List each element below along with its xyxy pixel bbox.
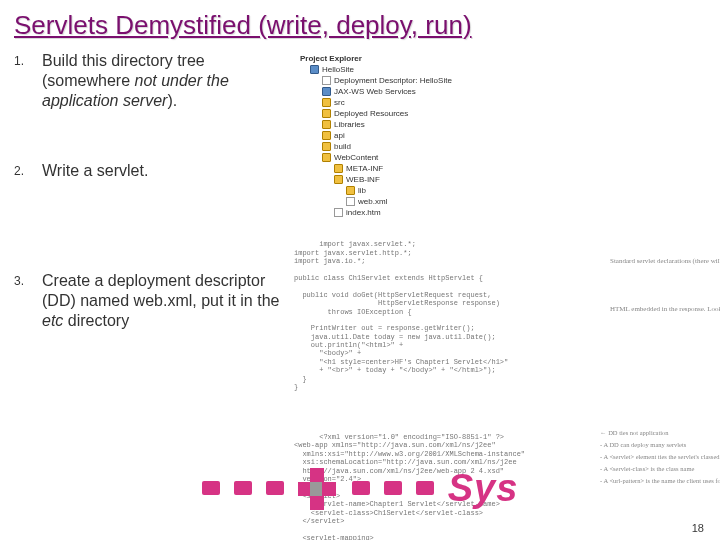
logo-dash-icon: [384, 481, 402, 495]
logo-footer: Sys: [0, 462, 720, 514]
tree-item-label: Deployment Descriptor: HelloSite: [334, 76, 452, 86]
code-annotation-1: Standard servlet declarations (there wil…: [610, 258, 710, 266]
xml-annotation-item: - A DD can deploy many servlets: [600, 441, 710, 449]
content-area: 1. Build this directory tree (somewhere …: [0, 45, 720, 455]
step-text-b: directory: [63, 312, 129, 329]
tree-item: WEB-INF: [300, 174, 706, 185]
tree-item: Deployment Descriptor: HelloSite: [300, 75, 706, 86]
tree-item-label: META-INF: [346, 164, 383, 174]
step-text-a: Write a servlet.: [42, 162, 148, 179]
folder-icon: [334, 175, 343, 184]
tree-item-label: WebContent: [334, 153, 378, 163]
step-number: 3.: [14, 271, 42, 331]
illustration-column: Project Explorer HelloSiteDeployment Des…: [294, 51, 706, 455]
step-number: 1.: [14, 51, 42, 111]
folder-icon: [322, 98, 331, 107]
servlet-code: import javax.servlet.*; import javax.ser…: [294, 228, 706, 421]
code-text: import javax.servlet.*; import javax.ser…: [294, 240, 508, 391]
tree-item: api: [300, 130, 706, 141]
code-annotation-2: HTML embedded in the response. Looks lov…: [610, 306, 710, 314]
step-2: 2. Write a servlet.: [14, 161, 284, 181]
tree-item: lib: [300, 185, 706, 196]
tree-item: Deployed Resources: [300, 108, 706, 119]
tree-item: index.htm: [300, 207, 706, 218]
folder-icon: [322, 142, 331, 151]
tree-item-label: api: [334, 131, 345, 141]
tree-item-label: Deployed Resources: [334, 109, 408, 119]
folder-icon: [334, 164, 343, 173]
xml-annotation-item: ← DD ties not application: [600, 429, 710, 437]
tree-item-label: build: [334, 142, 351, 152]
step-text-b: ).: [167, 92, 177, 109]
tree-item: src: [300, 97, 706, 108]
tree-header-label: Project Explorer: [300, 54, 362, 64]
page-number: 18: [692, 522, 704, 534]
step-text-em: etc: [42, 312, 63, 329]
folder-icon: [322, 153, 331, 162]
tree-item: WebContent: [300, 152, 706, 163]
step-number: 2.: [14, 161, 42, 181]
tree-item: Libraries: [300, 119, 706, 130]
folder-icon: [322, 87, 331, 96]
folder-icon: [322, 131, 331, 140]
page-title: Servlets Demystified (write, deploy, run…: [0, 0, 720, 45]
tree-item: META-INF: [300, 163, 706, 174]
step-text: Create a deployment descriptor (DD) name…: [42, 271, 284, 331]
tree-item-label: src: [334, 98, 345, 108]
tree-item: JAX-WS Web Services: [300, 86, 706, 97]
steps-column: 1. Build this directory tree (somewhere …: [14, 51, 294, 455]
tree-item-label: web.xml: [358, 197, 387, 207]
tree-item: build: [300, 141, 706, 152]
directory-tree: Project Explorer HelloSiteDeployment Des…: [294, 51, 706, 228]
tree-item-label: lib: [358, 186, 366, 196]
tree-item-label: WEB-INF: [346, 175, 380, 185]
tree-item: HelloSite: [300, 64, 706, 75]
step-3: 3. Create a deployment descriptor (DD) n…: [14, 271, 284, 331]
file-icon: [346, 197, 355, 206]
tree-item-label: HelloSite: [322, 65, 354, 75]
tree-item-label: index.htm: [346, 208, 381, 218]
logo-dash-icon: [234, 481, 252, 495]
folder-icon: [322, 109, 331, 118]
logo-dash-icon: [266, 481, 284, 495]
logo-t-icon: [298, 468, 338, 508]
logo-dash-icon: [202, 481, 220, 495]
tree-header: Project Explorer: [300, 53, 706, 64]
logo-text: Sys: [448, 467, 519, 510]
tree-item-label: Libraries: [334, 120, 365, 130]
file-icon: [334, 208, 343, 217]
logo-dash-icon: [416, 481, 434, 495]
folder-icon: [322, 120, 331, 129]
step-text: Write a servlet.: [42, 161, 284, 181]
logo-dash-icon: [352, 481, 370, 495]
xml-annotation-item: - A <servlet> element ties the servlet's…: [600, 453, 710, 461]
folder-icon: [346, 186, 355, 195]
tree-item: web.xml: [300, 196, 706, 207]
step-1: 1. Build this directory tree (somewhere …: [14, 51, 284, 111]
step-text-a: Create a deployment descriptor (DD) name…: [42, 272, 279, 309]
file-icon: [322, 76, 331, 85]
tree-item-label: JAX-WS Web Services: [334, 87, 416, 97]
folder-icon: [310, 65, 319, 74]
step-text: Build this directory tree (somewhere not…: [42, 51, 284, 111]
